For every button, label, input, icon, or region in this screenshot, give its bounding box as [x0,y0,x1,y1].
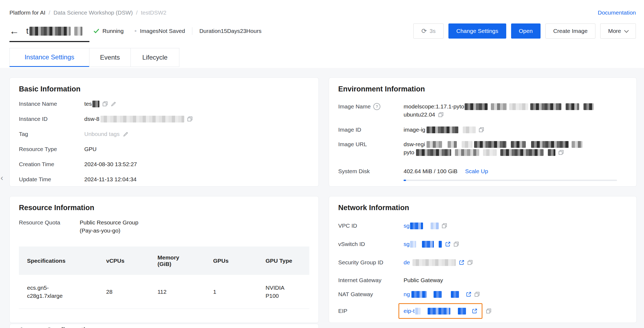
redaction [428,308,450,315]
create-image-button[interactable]: Create Image [545,23,595,39]
open-button[interactable]: Open [511,23,541,39]
card-title: Network Information [338,196,627,212]
info-row-resource-type: Resource Type GPU [19,145,309,153]
field-label: Tag [19,130,84,138]
images-status: • ImagesNot Saved [135,28,185,34]
redaction [427,141,442,148]
field-label: Instance Name [19,100,84,108]
redaction [566,103,579,110]
copy-icon[interactable] [442,223,447,228]
info-row-eip: EIP eip-t [338,303,627,319]
breadcrumb-item-current: testDSW2 [141,9,166,16]
vswitch-id-link[interactable]: sg [404,240,410,248]
copy-icon[interactable] [438,112,443,117]
breadcrumb-item-dsw[interactable]: Data Science Workshop (DSW) [53,9,133,16]
card-title: Basic Information [19,78,309,93]
copy-icon[interactable] [479,127,484,132]
external-link-icon[interactable] [466,292,471,297]
status-text: Running [102,28,123,34]
breadcrumb-item-platform[interactable]: Platform for AI [9,9,45,16]
field-label: Image ID [338,126,404,134]
info-row-instance-name: Instance Name tes [19,100,309,108]
tab-events[interactable]: Events [89,48,131,67]
tag-placeholder: Unbound tags [84,130,120,138]
edit-icon[interactable] [123,132,128,137]
tab-lifecycle[interactable]: Lifecycle [130,48,179,67]
scale-up-link[interactable]: Scale Up [465,167,488,175]
instance-title: t [26,26,28,36]
copy-icon[interactable] [468,260,472,265]
vpc-id-link[interactable]: sg [404,222,410,230]
copy-icon[interactable] [475,292,479,297]
redaction [415,308,421,315]
external-link-icon[interactable] [472,308,477,314]
field-label: Image Name ? [338,102,404,111]
help-icon[interactable]: ? [373,103,380,110]
redaction [410,223,423,229]
more-button[interactable]: More [600,23,636,39]
eip-highlight-box: eip-t [398,303,482,319]
field-label: EIP [338,303,404,315]
table-header-row: Specifications vCPUs Memory (GiB) GPUs G… [19,247,309,275]
documentation-link[interactable]: Documentation [598,9,636,16]
copy-icon[interactable] [454,242,459,247]
cell-vcpus: 28 [106,288,157,296]
copy-icon[interactable] [187,117,192,121]
back-arrow-icon[interactable]: ← [9,26,19,36]
card-title: Environment Information [338,78,627,93]
redaction [422,241,434,248]
info-row-image-name: Image Name ? modelscope:1.17.1-pyto ubun… [338,102,627,119]
resource-quota-value: Public Resource Group [80,218,138,227]
breadcrumb-separator: / [136,9,138,16]
image-name-value-line2: ubuntu22.04 [404,111,435,119]
field-label: vSwitch ID [338,240,404,248]
field-label: Update Time [19,175,84,183]
running-check-icon [93,28,100,34]
dot-icon: • [135,28,137,34]
external-link-icon[interactable] [459,260,464,265]
disk-usage-bar [404,180,617,181]
change-settings-button[interactable]: Change Settings [448,23,506,39]
refresh-icon: ⟳ [421,28,427,34]
status-badge: Running [93,28,123,34]
info-row-image-url: Image URL dsw-regi pyto [338,140,627,156]
copy-icon[interactable] [559,150,564,155]
info-row-vpc-id: VPC ID sg [338,222,627,230]
info-row-nat-gateway: NAT Gateway ng [338,290,627,298]
resource-information-card: Resource Information Resource Quota Publ… [9,196,319,323]
cell-memory: 112 [157,288,213,296]
refresh-button[interactable]: ⟳ 3s [413,23,444,39]
eip-link[interactable]: eip-t [404,307,415,315]
sidebar-collapse-handle[interactable]: ‹ [1,174,3,182]
chevron-down-icon [624,28,629,33]
redaction [427,127,458,133]
field-label: Resource Type [19,145,84,153]
redaction [491,103,507,110]
info-row-internet-gateway: Internet Gateway Public Gateway [338,276,627,284]
security-group-link[interactable]: de [404,258,410,266]
tab-instance-settings[interactable]: Instance Settings [9,48,89,67]
external-link-icon[interactable] [445,241,451,247]
redaction [455,149,479,156]
copy-icon[interactable] [486,309,491,313]
internet-gateway-value: Public Gateway [404,276,443,284]
resource-type-value: GPU [84,145,97,153]
column-header-memory: Memory (GiB) [157,254,187,267]
nat-gateway-link[interactable]: ng [404,290,410,298]
image-name-value: modelscope:1.17.1-pyto [404,102,464,111]
images-status-text: ImagesNot Saved [140,28,185,34]
redaction [572,141,582,148]
field-label: Security Group ID [338,258,404,266]
divider [192,27,192,35]
edit-icon[interactable] [111,101,116,107]
disk-usage-fill [404,180,406,181]
redaction [412,259,456,266]
column-header-specifications: Specifications [27,258,106,264]
redaction [583,103,594,110]
column-header-gpus: GPUs [213,258,266,264]
redaction [410,241,416,248]
active-tab-topline [9,41,89,42]
field-label: Creation Time [19,160,84,168]
info-row-image-id: Image ID image-ig [338,126,627,134]
copy-icon[interactable] [103,101,108,106]
